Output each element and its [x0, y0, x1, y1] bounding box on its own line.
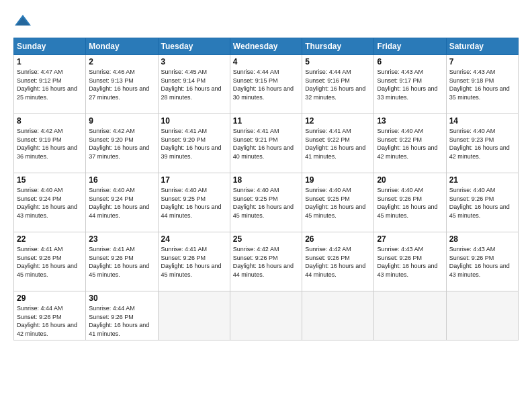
day-number: 27 — [377, 234, 443, 244]
day-number: 18 — [233, 175, 299, 185]
calendar-cell: 1Sunrise: 4:47 AMSunset: 9:12 PMDaylight… — [14, 55, 86, 114]
calendar-cell — [374, 291, 446, 340]
day-info: Sunrise: 4:40 AMSunset: 9:25 PMDaylight:… — [161, 186, 227, 220]
day-info: Sunrise: 4:42 AMSunset: 9:26 PMDaylight:… — [305, 245, 371, 279]
day-number: 24 — [161, 234, 227, 244]
logo — [13, 12, 34, 31]
day-number: 11 — [233, 116, 299, 126]
calendar-cell: 4Sunrise: 4:44 AMSunset: 9:15 PMDaylight… — [230, 55, 302, 114]
day-number: 12 — [305, 116, 371, 126]
day-info: Sunrise: 4:41 AMSunset: 9:26 PMDaylight:… — [161, 245, 227, 279]
day-info: Sunrise: 4:40 AMSunset: 9:24 PMDaylight:… — [89, 186, 154, 220]
logo-icon — [13, 12, 32, 31]
day-number: 1 — [17, 57, 83, 66]
day-info: Sunrise: 4:47 AMSunset: 9:12 PMDaylight:… — [17, 68, 83, 101]
calendar-cell: 12Sunrise: 4:41 AMSunset: 9:22 PMDayligh… — [302, 114, 374, 173]
day-number: 13 — [377, 116, 443, 126]
day-number: 20 — [377, 175, 443, 185]
day-info: Sunrise: 4:41 AMSunset: 9:21 PMDaylight:… — [233, 127, 299, 161]
calendar-cell: 15Sunrise: 4:40 AMSunset: 9:24 PMDayligh… — [14, 173, 86, 232]
calendar-cell: 6Sunrise: 4:43 AMSunset: 9:17 PMDaylight… — [374, 55, 446, 114]
day-info: Sunrise: 4:40 AMSunset: 9:26 PMDaylight:… — [449, 186, 515, 220]
day-info: Sunrise: 4:42 AMSunset: 9:20 PMDaylight:… — [89, 127, 154, 161]
calendar-cell: 26Sunrise: 4:42 AMSunset: 9:26 PMDayligh… — [302, 232, 374, 291]
weekday-header-sunday: Sunday — [14, 38, 86, 55]
weekday-header-monday: Monday — [86, 38, 158, 55]
calendar-cell: 19Sunrise: 4:40 AMSunset: 9:25 PMDayligh… — [302, 173, 374, 232]
calendar-cell: 16Sunrise: 4:40 AMSunset: 9:24 PMDayligh… — [86, 173, 158, 232]
calendar-cell: 11Sunrise: 4:41 AMSunset: 9:21 PMDayligh… — [230, 114, 302, 173]
day-info: Sunrise: 4:41 AMSunset: 9:26 PMDaylight:… — [89, 245, 154, 279]
header — [13, 12, 519, 31]
day-info: Sunrise: 4:43 AMSunset: 9:18 PMDaylight:… — [449, 68, 515, 101]
day-number: 29 — [17, 293, 83, 303]
calendar-week-5: 29Sunrise: 4:44 AMSunset: 9:26 PMDayligh… — [14, 291, 519, 340]
day-info: Sunrise: 4:43 AMSunset: 9:26 PMDaylight:… — [377, 245, 443, 279]
calendar-cell: 29Sunrise: 4:44 AMSunset: 9:26 PMDayligh… — [14, 291, 86, 340]
calendar-week-2: 8Sunrise: 4:42 AMSunset: 9:19 PMDaylight… — [14, 114, 519, 173]
calendar-cell: 17Sunrise: 4:40 AMSunset: 9:25 PMDayligh… — [158, 173, 230, 232]
weekday-header-wednesday: Wednesday — [230, 38, 302, 55]
weekday-header-thursday: Thursday — [302, 38, 374, 55]
day-number: 15 — [17, 175, 83, 185]
day-info: Sunrise: 4:44 AMSunset: 9:16 PMDaylight:… — [305, 68, 371, 101]
day-number: 6 — [377, 57, 443, 66]
day-number: 2 — [89, 57, 154, 66]
day-info: Sunrise: 4:41 AMSunset: 9:22 PMDaylight:… — [305, 127, 371, 161]
day-number: 28 — [449, 234, 515, 244]
day-info: Sunrise: 4:43 AMSunset: 9:26 PMDaylight:… — [449, 245, 515, 279]
calendar-cell — [302, 291, 374, 340]
calendar-cell: 14Sunrise: 4:40 AMSunset: 9:23 PMDayligh… — [446, 114, 518, 173]
day-info: Sunrise: 4:40 AMSunset: 9:25 PMDaylight:… — [305, 186, 371, 220]
day-info: Sunrise: 4:41 AMSunset: 9:20 PMDaylight:… — [161, 127, 227, 161]
day-info: Sunrise: 4:45 AMSunset: 9:14 PMDaylight:… — [161, 68, 227, 101]
day-number: 9 — [89, 116, 154, 126]
day-info: Sunrise: 4:40 AMSunset: 9:26 PMDaylight:… — [377, 186, 443, 220]
day-number: 21 — [449, 175, 515, 185]
calendar-cell: 18Sunrise: 4:40 AMSunset: 9:25 PMDayligh… — [230, 173, 302, 232]
day-info: Sunrise: 4:44 AMSunset: 9:26 PMDaylight:… — [89, 304, 154, 338]
calendar-cell: 3Sunrise: 4:45 AMSunset: 9:14 PMDaylight… — [158, 55, 230, 114]
calendar-week-3: 15Sunrise: 4:40 AMSunset: 9:24 PMDayligh… — [14, 173, 519, 232]
calendar-cell: 22Sunrise: 4:41 AMSunset: 9:26 PMDayligh… — [14, 232, 86, 291]
calendar-cell: 24Sunrise: 4:41 AMSunset: 9:26 PMDayligh… — [158, 232, 230, 291]
weekday-header-friday: Friday — [374, 38, 446, 55]
day-number: 10 — [161, 116, 227, 126]
day-number: 19 — [305, 175, 371, 185]
calendar-week-1: 1Sunrise: 4:47 AMSunset: 9:12 PMDaylight… — [14, 55, 519, 114]
day-number: 25 — [233, 234, 299, 244]
weekday-header-tuesday: Tuesday — [158, 38, 230, 55]
day-number: 22 — [17, 234, 83, 244]
calendar-cell: 21Sunrise: 4:40 AMSunset: 9:26 PMDayligh… — [446, 173, 518, 232]
day-number: 8 — [17, 116, 83, 126]
day-number: 14 — [449, 116, 515, 126]
calendar-cell — [158, 291, 230, 340]
day-number: 3 — [161, 57, 227, 66]
page: SundayMondayTuesdayWednesdayThursdayFrid… — [0, 0, 532, 411]
day-info: Sunrise: 4:42 AMSunset: 9:26 PMDaylight:… — [233, 245, 299, 279]
day-info: Sunrise: 4:40 AMSunset: 9:25 PMDaylight:… — [233, 186, 299, 220]
day-info: Sunrise: 4:42 AMSunset: 9:19 PMDaylight:… — [17, 127, 83, 161]
day-info: Sunrise: 4:40 AMSunset: 9:23 PMDaylight:… — [449, 127, 515, 161]
day-number: 30 — [89, 293, 154, 303]
day-number: 16 — [89, 175, 154, 185]
calendar-cell — [230, 291, 302, 340]
calendar-week-4: 22Sunrise: 4:41 AMSunset: 9:26 PMDayligh… — [14, 232, 519, 291]
day-info: Sunrise: 4:41 AMSunset: 9:26 PMDaylight:… — [17, 245, 83, 279]
day-info: Sunrise: 4:46 AMSunset: 9:13 PMDaylight:… — [89, 68, 154, 101]
calendar-table: SundayMondayTuesdayWednesdayThursdayFrid… — [13, 38, 519, 340]
weekday-header-saturday: Saturday — [446, 38, 518, 55]
calendar-cell: 10Sunrise: 4:41 AMSunset: 9:20 PMDayligh… — [158, 114, 230, 173]
day-number: 7 — [449, 57, 515, 66]
calendar-cell: 30Sunrise: 4:44 AMSunset: 9:26 PMDayligh… — [86, 291, 158, 340]
calendar-cell: 8Sunrise: 4:42 AMSunset: 9:19 PMDaylight… — [14, 114, 86, 173]
calendar-cell: 2Sunrise: 4:46 AMSunset: 9:13 PMDaylight… — [86, 55, 158, 114]
calendar-cell: 5Sunrise: 4:44 AMSunset: 9:16 PMDaylight… — [302, 55, 374, 114]
day-number: 17 — [161, 175, 227, 185]
calendar-cell: 13Sunrise: 4:40 AMSunset: 9:22 PMDayligh… — [374, 114, 446, 173]
calendar-cell: 28Sunrise: 4:43 AMSunset: 9:26 PMDayligh… — [446, 232, 518, 291]
day-number: 5 — [305, 57, 371, 66]
day-info: Sunrise: 4:40 AMSunset: 9:24 PMDaylight:… — [17, 186, 83, 220]
calendar-cell: 25Sunrise: 4:42 AMSunset: 9:26 PMDayligh… — [230, 232, 302, 291]
weekday-header-row: SundayMondayTuesdayWednesdayThursdayFrid… — [14, 38, 519, 55]
